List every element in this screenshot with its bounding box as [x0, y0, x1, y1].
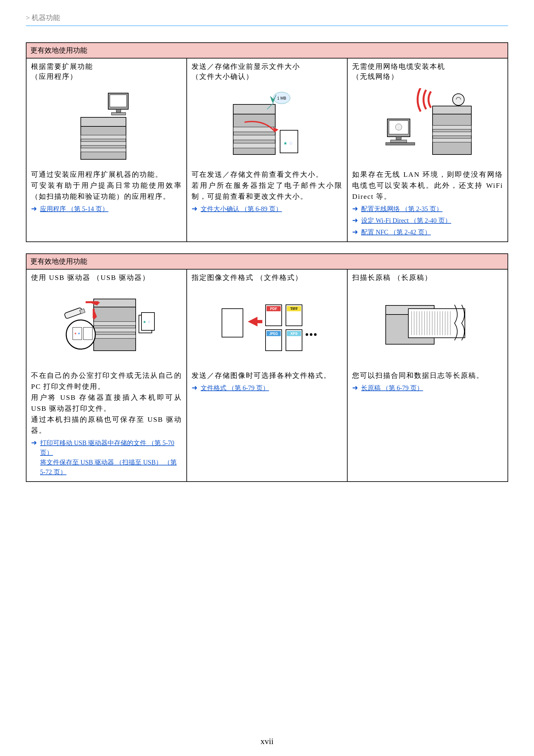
cell-title: 使用 USB 驱动器 （USB 驱动器） — [31, 273, 182, 283]
svg-rect-8 — [112, 113, 126, 115]
cell-title: 发送／存储作业前显示文件大小 （文件大小确认） — [191, 62, 343, 82]
svg-rect-35 — [94, 328, 136, 332]
svg-point-69 — [310, 333, 312, 336]
svg-marker-55 — [248, 317, 262, 326]
link-row[interactable]: ➜ 配置 NFC （第 2-42 页） — [352, 227, 503, 237]
svg-rect-3 — [81, 142, 126, 146]
wireless-icon — [352, 85, 503, 166]
feature-cell-wireless: 无需使用网络电缆安装本机 （无线网络） — [347, 59, 507, 241]
fileformat-icon: PDF TIFF JPEG XPS — [191, 286, 343, 367]
link-nfc[interactable]: 配置 NFC （第 2-42 页） — [361, 227, 431, 237]
link-filesize[interactable]: 文件大小确认 （第 6-89 页） — [201, 204, 282, 214]
svg-rect-23 — [433, 132, 471, 136]
svg-text:★: ★ — [283, 141, 288, 146]
svg-rect-24 — [433, 138, 471, 142]
cell-body: 可在发送／存储文件前查看文件大小。 若用户所在服务器指定了电子邮件大小限制，可提… — [191, 169, 343, 202]
svg-rect-13 — [233, 143, 275, 148]
svg-rect-54 — [222, 309, 243, 337]
svg-rect-4 — [81, 148, 126, 152]
breadcrumb: > 机器功能 — [26, 13, 508, 25]
arrow-icon: ➜ — [352, 204, 358, 213]
svg-text:TIFF: TIFF — [290, 307, 297, 310]
svg-text:JPEG: JPEG — [269, 332, 278, 336]
svg-rect-31 — [386, 143, 415, 145]
page-number: xvii — [0, 737, 534, 746]
arrow-icon: ➜ — [191, 384, 197, 392]
link-row[interactable]: ➜ 将文件保存至 USB 驱动器 （扫描至 USB） （第 5-72 页） — [31, 457, 182, 477]
arrow-icon: ➜ — [31, 439, 37, 447]
svg-rect-2 — [81, 135, 126, 139]
svg-point-70 — [314, 333, 317, 336]
svg-rect-33 — [94, 299, 136, 307]
svg-point-68 — [306, 333, 308, 336]
filesize-confirm-icon: 1 MB ★ ☆ — [191, 85, 343, 166]
svg-text:XPS: XPS — [290, 332, 297, 336]
link-row[interactable]: ➜ 长原稿 （第 6-79 页） — [352, 383, 503, 393]
cell-body: 可通过安装应用程序扩展机器的功能。 可安装有助于用户提高日常功能使用效率 （如扫… — [31, 169, 182, 202]
cell-title: 扫描长原稿 （长原稿） — [352, 273, 503, 283]
mfp-with-monitor-icon — [31, 85, 182, 166]
link-applications[interactable]: 应用程序 （第 5-14 页） — [40, 204, 109, 214]
svg-rect-29 — [396, 137, 401, 140]
table-header: 更有效地使用功能 — [27, 43, 507, 59]
svg-rect-1 — [81, 117, 126, 126]
arrow-icon: ➜ — [31, 204, 37, 213]
long-original-icon — [352, 286, 503, 367]
feature-cell-long-original: 扫描长原稿 （长原稿） — [347, 270, 507, 481]
usb-drive-icon: ★ ★ ★ ☆ — [31, 286, 182, 367]
header-rule — [26, 25, 508, 26]
feature-cell-fileformat: 指定图像文件格式 （文件格式） PDF TIFF JPEG — [187, 270, 347, 481]
link-long-original[interactable]: 长原稿 （第 6-79 页） — [361, 383, 423, 393]
arrow-icon: ➜ — [352, 216, 358, 225]
arrow-icon: ➜ — [191, 204, 197, 213]
svg-rect-43 — [93, 309, 95, 318]
svg-point-28 — [395, 124, 402, 130]
svg-text:☆: ☆ — [147, 320, 151, 324]
link-usb-save[interactable]: 将文件保存至 USB 驱动器 （扫描至 USB） （第 5-72 页） — [40, 457, 182, 477]
link-row[interactable]: ➜ 文件格式 （第 6-79 页） — [191, 383, 343, 393]
link-wireless-config[interactable]: 配置无线网络 （第 2-35 页） — [361, 204, 443, 214]
svg-text:1 MB: 1 MB — [277, 96, 286, 100]
cell-body: 不在自己的办公室打印文件或无法从自己的 PC 打印文件时使用。 用户将 USB … — [31, 370, 182, 436]
svg-rect-47 — [83, 327, 92, 340]
arrow-icon: ➜ — [352, 228, 358, 236]
svg-rect-21 — [433, 106, 471, 114]
link-fileformat[interactable]: 文件格式 （第 6-79 页） — [201, 383, 269, 393]
svg-rect-36 — [94, 335, 136, 338]
cell-body: 发送／存储图像时可选择各种文件格式。 — [191, 370, 343, 381]
svg-text:PDF: PDF — [270, 307, 277, 310]
link-row[interactable]: ➜ 设定 Wi-Fi Direct （第 2-40 页） — [352, 216, 503, 225]
svg-rect-7 — [116, 109, 121, 113]
link-wifi-direct[interactable]: 设定 Wi-Fi Direct （第 2-40 页） — [361, 216, 451, 225]
svg-rect-11 — [233, 127, 275, 132]
svg-rect-6 — [110, 95, 127, 107]
feature-cell-filesize: 发送／存储作业前显示文件大小 （文件大小确认） 1 MB — [187, 59, 347, 241]
cell-body: 您可以扫描合同和数据日志等长原稿。 — [352, 370, 503, 381]
svg-rect-30 — [391, 140, 407, 143]
cell-title: 无需使用网络电缆安装本机 （无线网络） — [352, 62, 503, 82]
svg-text:★: ★ — [74, 332, 77, 335]
feature-table-1: 更有效地使用功能 根据需要扩展功能 （应用程序） — [26, 42, 508, 242]
link-row[interactable]: ➜ 配置无线网络 （第 2-35 页） — [352, 204, 503, 214]
cell-title: 指定图像文件格式 （文件格式） — [191, 273, 343, 283]
feature-cell-applications: 根据需要扩展功能 （应用程序） 可通过安装应用程 — [27, 59, 187, 241]
svg-text:★: ★ — [78, 332, 80, 335]
cell-body: 如果存在无线 LAN 环境，则即使没有网络电缆也可以安装本机。此外，还支持 Wi… — [352, 169, 503, 202]
link-row[interactable]: ➜ 应用程序 （第 5-14 页） — [31, 204, 182, 214]
svg-rect-10 — [233, 104, 275, 114]
feature-cell-usb: 使用 USB 驱动器 （USB 驱动器） — [27, 270, 187, 481]
link-usb-print[interactable]: 打印可移动 USB 驱动器中存储的文件 （第 5-70 页） — [40, 438, 182, 457]
link-row[interactable]: ➜ 文件大小确认 （第 6-89 页） — [191, 204, 343, 214]
svg-rect-34 — [94, 322, 136, 325]
svg-text:☆: ☆ — [289, 141, 293, 146]
svg-point-25 — [453, 94, 464, 105]
svg-rect-22 — [433, 125, 471, 129]
svg-rect-41 — [86, 301, 98, 303]
feature-table-2: 更有效地使用功能 使用 USB 驱动器 （USB 驱动器） — [26, 254, 508, 482]
svg-rect-37 — [64, 308, 83, 319]
svg-rect-12 — [233, 135, 275, 140]
table-header: 更有效地使用功能 — [27, 254, 507, 270]
svg-text:★: ★ — [143, 320, 146, 324]
link-row[interactable]: ➜ 打印可移动 USB 驱动器中存储的文件 （第 5-70 页） — [31, 438, 182, 457]
cell-title: 根据需要扩展功能 （应用程序） — [31, 62, 182, 82]
